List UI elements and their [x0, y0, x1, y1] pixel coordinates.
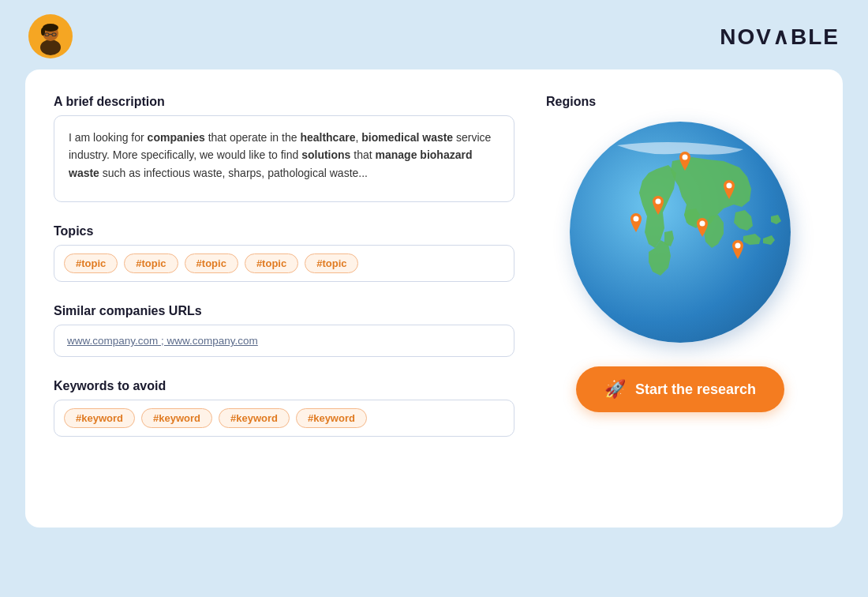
globe-container — [570, 122, 791, 343]
map-pin-1 — [678, 152, 692, 171]
topic-tag-4[interactable]: #topic — [245, 253, 298, 273]
right-column: Regions — [546, 95, 814, 502]
keywords-section: Keywords to avoid #keyword #keyword #key… — [54, 379, 514, 437]
urls-input[interactable] — [54, 325, 514, 357]
keyword-tag-4[interactable]: #keyword — [296, 408, 367, 428]
left-column: A brief description I am looking for com… — [54, 95, 514, 502]
start-button-label: Start the research — [635, 381, 756, 398]
description-label: A brief description — [54, 95, 514, 109]
map-pin-6 — [731, 240, 745, 259]
urls-label: Similar companies URLs — [54, 304, 514, 318]
map-pin-3 — [629, 213, 643, 232]
keywords-label: Keywords to avoid — [54, 379, 514, 393]
map-pin-5 — [722, 180, 736, 199]
description-section: A brief description I am looking for com… — [54, 95, 514, 202]
svg-point-3 — [43, 24, 58, 32]
main-card: A brief description I am looking for com… — [25, 69, 843, 528]
svg-point-13 — [735, 242, 740, 248]
map-pin-4 — [695, 218, 709, 237]
svg-point-1 — [40, 39, 61, 55]
topic-tag-1[interactable]: #topic — [64, 253, 118, 273]
avatar[interactable] — [28, 14, 73, 58]
keywords-container: #keyword #keyword #keyword #keyword — [54, 400, 514, 437]
topic-tag-5[interactable]: #topic — [305, 253, 358, 273]
map-pin-2 — [651, 196, 665, 215]
svg-point-12 — [726, 183, 731, 189]
topic-tag-2[interactable]: #topic — [124, 253, 178, 273]
topic-tag-3[interactable]: #topic — [185, 253, 238, 273]
urls-section: Similar companies URLs — [54, 304, 514, 357]
keyword-tag-2[interactable]: #keyword — [141, 408, 212, 428]
rocket-icon: 🚀 — [604, 379, 626, 400]
svg-point-4 — [41, 28, 45, 36]
description-box[interactable]: I am looking for companies that operate … — [54, 115, 514, 202]
header: NOV∧BLE — [0, 0, 868, 69]
globe — [570, 122, 791, 343]
regions-label: Regions — [546, 95, 596, 109]
svg-point-11 — [700, 220, 705, 226]
keyword-tag-1[interactable]: #keyword — [64, 408, 135, 428]
topics-container: #topic #topic #topic #topic #topic — [54, 245, 514, 282]
topics-label: Topics — [54, 224, 514, 238]
keyword-tag-3[interactable]: #keyword — [219, 408, 290, 428]
start-research-button[interactable]: 🚀 Start the research — [576, 366, 784, 412]
svg-point-9 — [656, 198, 661, 204]
topics-section: Topics #topic #topic #topic #topic #topi… — [54, 224, 514, 282]
logo: NOV∧BLE — [720, 24, 840, 50]
svg-point-10 — [634, 216, 639, 222]
svg-point-8 — [682, 154, 687, 160]
